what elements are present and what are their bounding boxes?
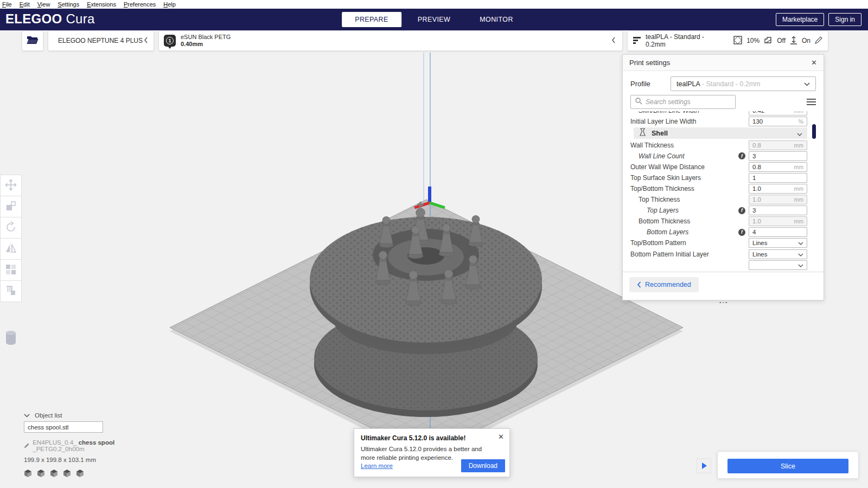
shell-category-icon bbox=[639, 128, 647, 138]
setting-label: Bottom Pattern Initial Layer bbox=[630, 251, 749, 258]
setting-unit: mm bbox=[794, 185, 804, 192]
function-value-icon[interactable]: f bbox=[738, 207, 745, 214]
material-selector[interactable]: 1 eSUN Black PETG 0.40mm bbox=[158, 30, 623, 51]
nozzle-size: 0.40mm bbox=[181, 41, 231, 48]
function-value-icon[interactable]: f bbox=[738, 152, 745, 159]
setting-value: 0.8 bbox=[752, 142, 794, 149]
learn-more-link[interactable]: Learn more bbox=[361, 463, 393, 469]
settings-menu-icon[interactable] bbox=[807, 99, 816, 105]
tool-bar bbox=[0, 175, 22, 302]
auto-slice-button[interactable] bbox=[696, 458, 711, 473]
object-list-toggle[interactable]: Object list bbox=[24, 412, 149, 419]
close-icon[interactable]: ✕ bbox=[498, 433, 504, 441]
tool-mirror[interactable] bbox=[0, 238, 22, 260]
setting-select-bottom-pattern-initial-layer[interactable]: Lines bbox=[749, 249, 807, 259]
setting-row-blank bbox=[623, 260, 824, 270]
configuration-bar: ELEGOO NEPTUNE 4 PLUS 1 eSUN Black PETG … bbox=[0, 30, 868, 51]
setting-input-top-bottom-thickness[interactable]: 1.0mm bbox=[749, 184, 807, 194]
adhesion-value: On bbox=[802, 37, 810, 44]
chevron-down-icon bbox=[798, 262, 803, 268]
setting-input-outer-wall-wipe-distance[interactable]: 0.8mm bbox=[749, 162, 807, 172]
model-dimensions: 199.9 x 199.8 x 103.1 mm bbox=[24, 457, 149, 463]
job-prefix: EN4PLUS_0.4_ bbox=[33, 439, 78, 446]
job-name-row[interactable]: EN4PLUS_0.4_ chess spool _PETG0.2_0h00m bbox=[24, 439, 149, 452]
rename-pencil-icon bbox=[24, 442, 29, 449]
tab-preview[interactable]: PREVIEW bbox=[405, 12, 463, 27]
printer-selector[interactable]: ELEGOO NEPTUNE 4 PLUS bbox=[48, 30, 154, 51]
setting-row-bottom-pattern-initial-layer: Bottom Pattern Initial LayerLines bbox=[623, 249, 824, 259]
menu-item-help[interactable]: Help bbox=[163, 1, 176, 8]
tool-move[interactable] bbox=[0, 175, 22, 196]
view-top-icon[interactable] bbox=[63, 469, 71, 478]
setting-input-top-layers[interactable]: 3 bbox=[749, 206, 807, 215]
menu-item-view[interactable]: View bbox=[37, 1, 50, 8]
menu-bar: FileEditViewSettingsExtensionsPreference… bbox=[0, 0, 868, 9]
print-settings-panel: Print settings ✕ Profile tealPLA - Stand… bbox=[622, 54, 824, 300]
view-left-icon[interactable] bbox=[37, 469, 45, 478]
setting-row-top-bottom-thickness: Top/Bottom Thickness1.0mm bbox=[623, 183, 824, 194]
job-suffix: _PETG0.2_0h00m bbox=[33, 446, 84, 452]
object-name-input[interactable] bbox=[24, 421, 103, 433]
setting-input-skirt-brim-line-width[interactable]: 0.42mm bbox=[749, 111, 807, 115]
search-settings-input[interactable] bbox=[646, 98, 731, 106]
scale-icon bbox=[5, 200, 17, 214]
setting-row-top-layers: Top Layersf3 bbox=[623, 206, 824, 216]
mirror-icon bbox=[5, 242, 17, 256]
menu-item-file[interactable]: File bbox=[2, 1, 12, 8]
marketplace-button[interactable]: Marketplace bbox=[776, 13, 824, 26]
tool-solid-cylinder[interactable] bbox=[1, 328, 21, 348]
camera-view-buttons bbox=[24, 469, 149, 478]
search-settings-box[interactable] bbox=[630, 95, 736, 109]
setting-select-top-bottom-pattern[interactable]: Lines bbox=[749, 238, 807, 248]
rotate-icon bbox=[5, 221, 17, 235]
download-button[interactable]: Download bbox=[461, 459, 505, 472]
recommended-mode-button[interactable]: Recommended bbox=[629, 277, 699, 292]
edit-pencil-icon[interactable] bbox=[815, 36, 822, 46]
view-front-icon[interactable] bbox=[50, 469, 58, 478]
panel-header[interactable]: Print settings ✕ bbox=[623, 55, 824, 71]
popup-title: Ultimaker Cura 5.12.0 is available! bbox=[361, 434, 503, 442]
setting-row-bottom-thickness: Bottom Thickness1.0mm bbox=[623, 216, 824, 227]
tab-prepare[interactable]: PREPARE bbox=[342, 12, 401, 27]
job-name: chess spool bbox=[79, 439, 114, 446]
view-right-icon[interactable] bbox=[76, 469, 84, 478]
setting-input-initial-layer-line-width[interactable]: 130% bbox=[749, 117, 807, 126]
setting-value: 4 bbox=[752, 229, 803, 235]
menu-item-edit[interactable]: Edit bbox=[20, 1, 30, 8]
profile-label: Profile bbox=[630, 80, 671, 88]
close-icon[interactable]: ✕ bbox=[811, 59, 817, 67]
settings-scrollbar[interactable] bbox=[812, 124, 816, 139]
profile-dropdown[interactable]: tealPLA - Standard - 0.2mm bbox=[671, 76, 816, 91]
view-3d-icon[interactable] bbox=[24, 469, 32, 478]
print-settings-summary[interactable]: tealPLA - Standard - 0.2mm 10% Off On bbox=[627, 30, 828, 51]
tool-per-model-settings[interactable] bbox=[0, 259, 22, 281]
function-value-icon[interactable]: f bbox=[738, 229, 745, 236]
setting-value: 130 bbox=[752, 118, 799, 125]
panel-title: Print settings bbox=[629, 59, 811, 67]
chevron-down-icon bbox=[804, 80, 810, 88]
tool-rotate[interactable] bbox=[0, 217, 22, 239]
sign-in-button[interactable]: Sign in bbox=[828, 13, 861, 26]
setting-input-top-surface-skin-layers[interactable]: 1 bbox=[749, 173, 807, 183]
setting-input-wall-line-count[interactable]: 3 bbox=[749, 151, 807, 161]
app-header: ELEGOOCura PREPAREPREVIEWMONITOR Marketp… bbox=[0, 9, 868, 30]
setting-label: Skirt/Brim Line Width bbox=[630, 111, 749, 114]
play-icon bbox=[702, 463, 707, 469]
settings-section-shell[interactable]: Shell bbox=[634, 127, 807, 139]
tab-monitor[interactable]: MONITOR bbox=[467, 12, 526, 27]
profile-layers-icon bbox=[633, 36, 641, 46]
setting-row-wall-line-count: Wall Line Countf3 bbox=[623, 151, 824, 161]
setting-value: 0.42 bbox=[752, 111, 794, 114]
panel-resize-handle[interactable] bbox=[719, 302, 727, 304]
setting-unit: mm bbox=[794, 142, 804, 149]
setting-row-wall-thickness: Wall Thickness0.8mm bbox=[623, 140, 824, 150]
menu-item-settings[interactable]: Settings bbox=[58, 1, 79, 8]
menu-item-extensions[interactable]: Extensions bbox=[87, 1, 116, 8]
slice-button[interactable]: Slice bbox=[727, 459, 848, 473]
tool-scale[interactable] bbox=[0, 196, 22, 217]
setting-select-blank[interactable] bbox=[749, 260, 807, 270]
open-file-button[interactable] bbox=[22, 30, 43, 51]
tool-support-blocker[interactable] bbox=[0, 280, 22, 302]
menu-item-preferences[interactable]: Preferences bbox=[124, 1, 156, 8]
setting-input-bottom-layers[interactable]: 4 bbox=[749, 227, 807, 237]
